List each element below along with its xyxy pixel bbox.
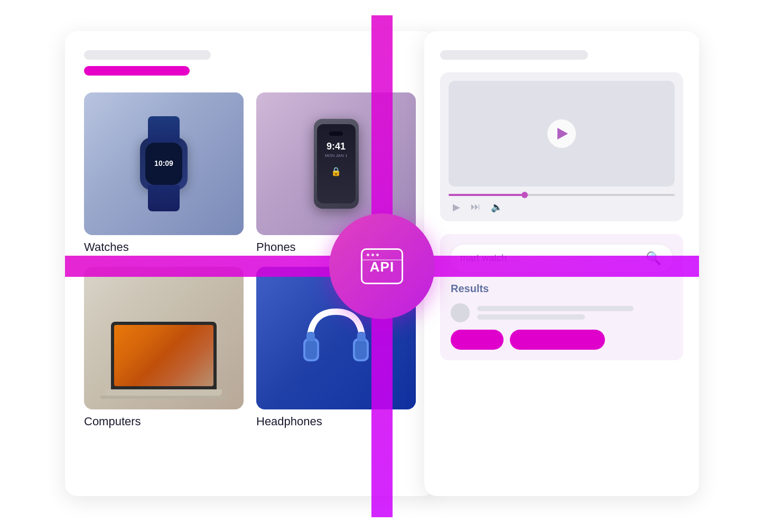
next-control-icon[interactable]: ⏭ [471,201,480,212]
svg-rect-39 [306,332,315,341]
result-line-short [477,314,585,320]
video-player-section: ▶ ⏭ 🔈 [440,72,683,221]
play-button[interactable] [547,119,576,148]
api-dot-2 [371,254,374,256]
play-control-icon[interactable]: ▶ [453,201,460,213]
api-dot-3 [376,254,379,256]
api-label-text: API [370,259,394,275]
right-header-skeleton [440,50,588,60]
media-controls: ▶ ⏭ 🔈 [449,201,675,213]
svg-rect-40 [357,332,366,341]
product-label-watches: Watches [84,240,244,254]
card-header [84,50,416,76]
api-icon-group: API [361,248,403,284]
header-skeleton-accent [84,66,190,76]
result-action-buttons [451,330,673,350]
svg-rect-38 [355,340,367,359]
search-section: mart watch 🔍 Results [440,234,683,360]
volume-control-icon[interactable]: 🔈 [491,201,502,213]
watch-illustration: 10:09 [84,92,244,235]
product-image-watches: 10:09 [84,92,244,235]
result-button-2[interactable] [510,330,605,350]
scene: 10:09 Watches 9:41 MON JA [65,15,699,517]
video-thumbnail [449,81,675,186]
api-window-dots [367,254,379,256]
product-cell-watches: 10:09 Watches [84,92,244,254]
result-avatar [451,303,470,322]
api-window-icon: API [361,248,403,284]
play-icon [557,128,568,139]
result-line-long [477,306,633,311]
product-label-computers: Computers [84,415,244,428]
result-lines [477,306,673,320]
result-row-1 [451,303,673,322]
result-button-1[interactable] [451,330,504,350]
progress-fill [449,194,528,196]
progress-dot [521,192,528,198]
api-window-divider [362,259,402,260]
results-label: Results [451,283,673,295]
laptop-illustration [84,267,244,409]
api-circle: API [329,213,435,319]
progress-bar-container [449,194,675,196]
product-cell-computers: Computers [84,267,244,428]
product-image-computers [84,267,244,409]
header-skeleton-1 [84,50,211,60]
progress-track[interactable] [449,194,675,196]
api-dot-1 [367,254,369,256]
svg-rect-36 [305,340,317,359]
